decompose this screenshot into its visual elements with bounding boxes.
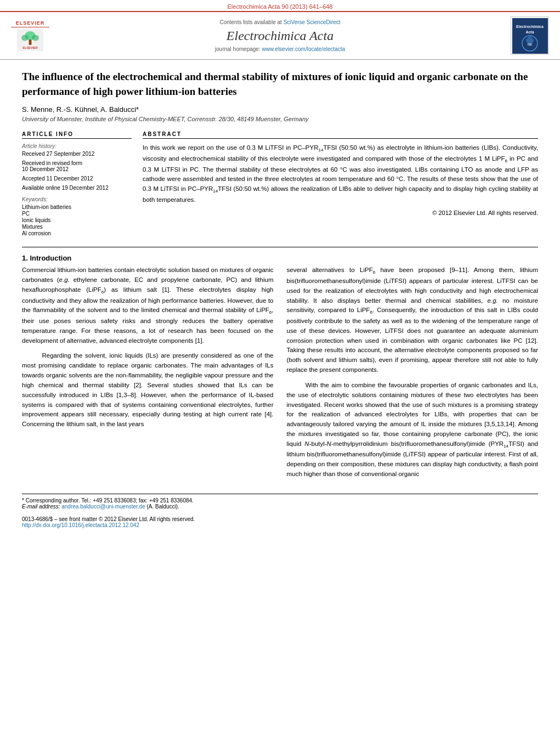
section-divider <box>22 247 538 247</box>
journal-title: Electrochimica Acta <box>57 29 503 43</box>
svg-point-3 <box>21 35 29 41</box>
intro-para-4: With the aim to combine the favourable p… <box>287 381 539 479</box>
intro-right-column: several alternatives to LiPF6 have been … <box>287 265 539 485</box>
keyword-item: PC <box>22 211 132 217</box>
svg-text:Acta: Acta <box>525 30 534 34</box>
elsevier-label: ELSEVIER <box>11 20 49 27</box>
journal-header: ELSEVIER ELSEVIER Contents lists availab… <box>0 11 560 60</box>
email-link[interactable]: andrea.balducci@uni-muenster.de <box>61 504 145 510</box>
keywords-label: Keywords: <box>22 196 132 202</box>
keyword-item: Al corrosion <box>22 230 132 236</box>
svg-point-4 <box>32 35 39 41</box>
intro-section-label: 1. Introduction <box>22 254 538 262</box>
journal-reference: Electrochimica Acta 90 (2013) 641–648 <box>227 3 332 10</box>
article-history-label: Article history: <box>22 143 132 149</box>
article-info-header: ARTICLE INFO <box>22 131 132 139</box>
sciverse-link[interactable]: SciVerse ScienceDirect <box>284 19 341 25</box>
elsevier-logo-area: ELSEVIER ELSEVIER <box>11 20 49 51</box>
main-text-columns: Commercial lithium-ion batteries contain… <box>22 265 538 485</box>
journal-url[interactable]: www.elsevier.com/locate/electacta <box>262 46 345 52</box>
top-bar: Electrochimica Acta 90 (2013) 641–648 <box>0 0 560 11</box>
article-title: The influence of the electrochemical and… <box>22 70 538 99</box>
journal-homepage: journal homepage: www.elsevier.com/locat… <box>57 46 503 52</box>
available-online: Available online 19 December 2012 <box>22 185 132 191</box>
keyword-item: Mixtures <box>22 224 132 230</box>
authors: S. Menne, R.-S. Kühnel, A. Balducci* <box>22 105 538 114</box>
journal-info-center: Contents lists available at SciVerse Sci… <box>57 19 503 52</box>
footnote-area: * Corresponding author. Tel.: +49 251 83… <box>22 494 538 510</box>
keyword-item: Ionic liquids <box>22 217 132 223</box>
intro-para-2: Regarding the solvent, ionic liquids (IL… <box>22 351 274 429</box>
journal-badge-icon: Electrochimica Acta ISE <box>512 18 548 54</box>
keywords-list: Lithium-ion batteries PC Ionic liquids M… <box>22 204 132 236</box>
article-body: The influence of the electrochemical and… <box>0 60 560 538</box>
abstract-col: ABSTRACT In this work we report on the u… <box>143 131 538 237</box>
footnote-2: E-mail address: andrea.balducci@uni-muen… <box>22 504 538 510</box>
accepted-date: Accepted 11 December 2012 <box>22 176 132 182</box>
received-date-1: Received 27 September 2012 <box>22 151 132 157</box>
journal-badge: Electrochimica Acta ISE <box>511 16 549 55</box>
intro-left-column: Commercial lithium-ion batteries contain… <box>22 265 274 485</box>
issn-line: 0013-4686/$ – see front matter © 2012 El… <box>22 516 538 522</box>
intro-para-1: Commercial lithium-ion batteries contain… <box>22 265 274 346</box>
received-date-2: Received in revised form10 December 2012 <box>22 160 132 172</box>
svg-text:ELSEVIER: ELSEVIER <box>22 46 38 49</box>
svg-text:Electrochimica: Electrochimica <box>516 25 544 29</box>
abstract-header: ABSTRACT <box>143 131 538 139</box>
svg-rect-2 <box>29 39 32 45</box>
article-info-col: ARTICLE INFO Article history: Received 2… <box>22 131 132 237</box>
intro-para-3: several alternatives to LiPF6 have been … <box>287 265 539 375</box>
copyright: © 2012 Elsevier Ltd. All rights reserved… <box>143 210 538 216</box>
affiliation: University of Muenster, Institute of Phy… <box>22 116 538 122</box>
article-meta-section: ARTICLE INFO Article history: Received 2… <box>22 131 538 237</box>
keyword-item: Lithium-ion batteries <box>22 204 132 210</box>
footnote-1: * Corresponding author. Tel.: +49 251 83… <box>22 497 538 504</box>
svg-text:ISE: ISE <box>527 43 533 46</box>
contents-available: Contents lists available at SciVerse Sci… <box>57 19 503 25</box>
doi-line[interactable]: http://dx.doi.org/10.1016/j.electacta.20… <box>22 522 538 528</box>
elsevier-tree-icon: ELSEVIER <box>14 29 47 51</box>
abstract-text: In this work we report on the use of 0.3… <box>143 143 538 205</box>
